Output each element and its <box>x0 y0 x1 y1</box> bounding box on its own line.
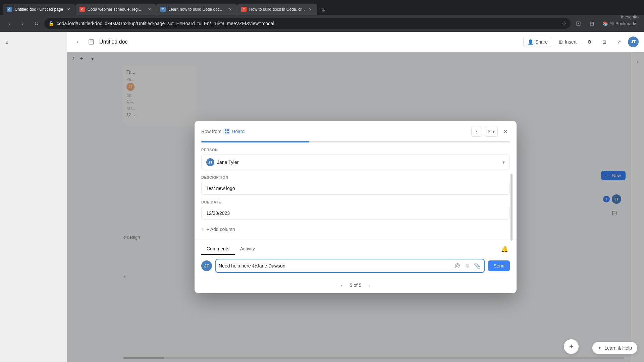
tab-close-1[interactable]: ✕ <box>66 7 71 12</box>
more-options-button[interactable]: ⊡ <box>598 37 610 47</box>
tab-3[interactable]: C Learn how to build Coda docs... ✕ <box>156 4 237 15</box>
progress-fill <box>201 141 309 142</box>
person-chevron-icon: ▾ <box>502 160 505 165</box>
modal-close-button[interactable]: ✕ <box>500 127 510 136</box>
lock-icon: 🔒 <box>48 21 54 26</box>
ai-icon: ✦ <box>569 343 574 350</box>
incognito-indicator: Incognito <box>621 14 639 19</box>
help-icon: ✦ <box>598 345 602 351</box>
expand-button[interactable]: ⤢ <box>613 37 625 47</box>
insert-button[interactable]: ⊞ Insert <box>555 37 581 47</box>
tab-close-3[interactable]: ✕ <box>227 7 233 12</box>
help-label: Learn & Help <box>604 345 632 351</box>
svg-rect-7 <box>227 132 229 133</box>
tab-active[interactable]: C Untitled doc · Untitled page ✕ <box>3 4 75 15</box>
tab-bar: C Untitled doc · Untitled page ✕ C Coda … <box>0 0 644 15</box>
tab-favicon-3: C <box>160 7 166 12</box>
svg-rect-4 <box>225 129 226 131</box>
attachment-button[interactable]: 📎 <box>473 262 481 270</box>
due-date-field-section: DUE DATE 12/30/2023 <box>201 200 510 220</box>
due-date-field-value[interactable]: 12/30/2023 <box>201 207 510 220</box>
header-actions: 👤 Share ⊞ Insert ⚙ ⊡ ⤢ JT <box>523 37 639 47</box>
send-button[interactable]: Send <box>488 260 510 271</box>
sidebar-toggle-button[interactable]: ≡ <box>3 39 11 47</box>
comment-user-avatar: JT <box>201 260 212 271</box>
new-tab-button[interactable]: + <box>319 6 328 15</box>
bell-icon: 🔔 <box>501 245 508 253</box>
add-column-button[interactable]: + + Add column <box>201 225 510 234</box>
person-field-label: PERSON <box>201 148 510 152</box>
bookmarks-icon: 📚 <box>603 21 608 26</box>
share-button[interactable]: 👤 Share <box>523 37 552 47</box>
next-page-button[interactable]: › <box>366 281 374 289</box>
browser-chrome: C Untitled doc · Untitled page ✕ C Coda … <box>0 0 644 32</box>
settings-button[interactable]: ⚙ <box>583 37 596 47</box>
modal-more-button[interactable]: ⋮ <box>471 126 482 137</box>
modal-overlay[interactable]: Row from Board ⋮ ⊡ ▾ <box>67 52 644 362</box>
tab-close-2[interactable]: ✕ <box>147 7 152 12</box>
notification-bell-button[interactable]: 🔔 <box>499 244 510 254</box>
bookmark-star-icon[interactable]: ☆ <box>562 20 567 27</box>
board-icon <box>223 128 230 135</box>
profile-button[interactable]: ⊡ <box>573 18 584 29</box>
modal-body: PERSON JT Jane Tyler ▾ DESCRIPTION Te <box>195 142 517 239</box>
extensions-button[interactable]: ⊞ <box>587 18 597 29</box>
app-area: ≡ ‹ Untitled doc 👤 Share ⊞ Insert ⚙ ⊡ <box>0 32 644 362</box>
comment-input-actions: @ ☺ 📎 <box>453 262 481 270</box>
comments-tab[interactable]: Comments <box>201 243 235 255</box>
back-button[interactable]: ‹ <box>4 18 15 29</box>
sidebar: ≡ <box>0 32 67 362</box>
modal-header-actions: ⋮ ⊡ ▾ ✕ <box>471 126 510 137</box>
modal-view-button[interactable]: ⊡ ▾ <box>485 126 498 137</box>
add-column-label: + Add column <box>206 227 235 232</box>
tab-2[interactable]: C Coda webinar schedule, registi... ✕ <box>75 4 156 15</box>
modal-header: Row from Board ⋮ ⊡ ▾ <box>195 121 517 141</box>
comment-input[interactable] <box>219 263 453 268</box>
comment-input-wrapper: @ ☺ 📎 <box>215 259 485 273</box>
modal-scrollbar[interactable] <box>511 174 513 241</box>
view-chevron-icon: ▾ <box>492 129 495 134</box>
navigation-bar: ‹ › ↻ 🔒 coda.io/d/Untitled-doc_dk4MaGh2h… <box>0 15 644 32</box>
row-detail-modal: Row from Board ⋮ ⊡ ▾ <box>195 121 517 293</box>
reload-button[interactable]: ↻ <box>31 18 42 29</box>
page-info: 5 of 5 <box>350 283 361 288</box>
person-name: Jane Tyler <box>217 160 238 165</box>
description-text: Test new logo <box>206 186 235 191</box>
ai-assistant-button[interactable]: ✦ <box>564 339 579 354</box>
description-field-value[interactable]: Test new logo <box>201 182 510 195</box>
previous-page-button[interactable]: ‹ <box>337 281 345 289</box>
forward-button[interactable]: › <box>17 18 28 29</box>
activity-tab[interactable]: Activity <box>235 243 260 255</box>
svg-rect-5 <box>227 129 229 131</box>
tab-favicon-4: C <box>241 7 247 12</box>
learn-help-button[interactable]: ✦ Learn & Help <box>592 342 637 354</box>
url-text: coda.io/d/Untitled-doc_dk4MaGh2h6p/Untit… <box>57 21 559 26</box>
main-content: ‹ Untitled doc 👤 Share ⊞ Insert ⚙ ⊡ ⤢ JT <box>67 32 644 362</box>
emoji-button[interactable]: ☺ <box>463 262 471 270</box>
tab-title-3: Learn how to build Coda docs... <box>168 7 225 12</box>
doc-file-icon <box>87 38 95 46</box>
bookmarks-bar: 📚 All Bookmarks <box>600 21 640 26</box>
tab-favicon-1: C <box>7 7 12 12</box>
insert-label: Insert <box>565 39 577 45</box>
address-bar[interactable]: 🔒 coda.io/d/Untitled-doc_dk4MaGh2h6p/Unt… <box>44 18 571 29</box>
description-field-section: DESCRIPTION Test new logo <box>201 175 510 195</box>
progress-bar <box>201 141 510 142</box>
share-icon: 👤 <box>528 39 533 45</box>
comments-section: Comments Activity 🔔 JT <box>195 239 517 277</box>
due-date-field-label: DUE DATE <box>201 200 510 204</box>
doc-back-button[interactable]: ‹ <box>72 37 83 47</box>
bookmarks-label: All Bookmarks <box>609 21 637 26</box>
mention-button[interactable]: @ <box>453 262 461 270</box>
tab-title-2: Coda webinar schedule, registi... <box>88 7 144 12</box>
tab-title-4: How to build docs in Coda, cr... <box>249 7 305 12</box>
tab-4[interactable]: C How to build docs in Coda, cr... ✕ <box>237 4 317 15</box>
board-link[interactable]: Board <box>232 129 245 134</box>
person-field-value[interactable]: JT Jane Tyler ▾ <box>201 155 510 170</box>
insert-icon: ⊞ <box>559 39 563 45</box>
person-avatar: JT <box>206 158 214 166</box>
row-from-text: Row from <box>201 129 221 134</box>
tab-close-4[interactable]: ✕ <box>308 7 313 12</box>
user-avatar[interactable]: JT <box>628 37 639 47</box>
add-column-plus-icon: + <box>201 226 204 232</box>
